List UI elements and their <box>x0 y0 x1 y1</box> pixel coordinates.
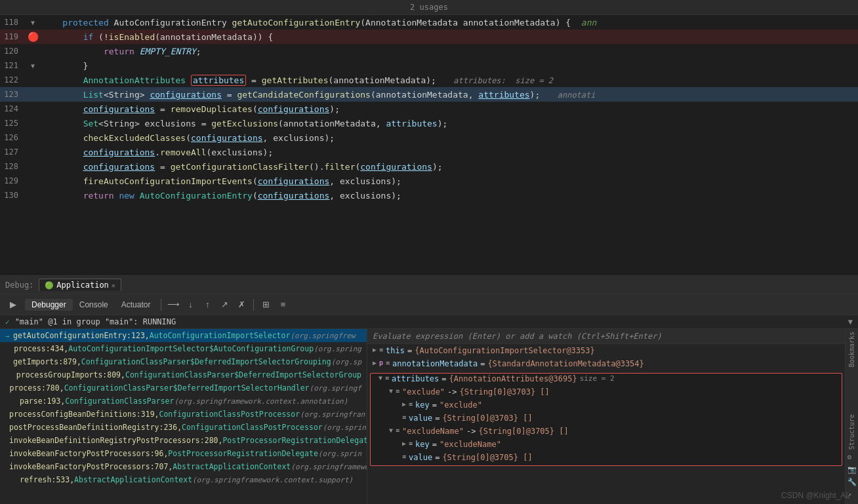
var-value-key1: "exclude" <box>439 400 482 410</box>
frame-item-9[interactable]: invokeBeanFactoryPostProcessors:96, Post… <box>0 447 367 460</box>
var-attributes[interactable]: ▼ ≡ attributes = {AnnotationAttributes@3… <box>371 374 842 387</box>
var-excludename-key[interactable]: ▶ ≡ key = "excludeName" <box>371 439 842 452</box>
code-line-121: 121 ▼ } <box>0 58 858 73</box>
code-editor: 2 usages 118 ▼ protected AutoConfigurati… <box>0 0 858 275</box>
frame-item-7[interactable]: postProcessBeanDefinitionRegistry:236, C… <box>0 421 367 434</box>
status-text: "main" @1 in group "main": RUNNING <box>15 317 176 326</box>
frame-class-3: ConfigurationClassParser$DeferredImportS… <box>125 370 361 379</box>
code-line-120: 120 return EMPTY_ENTRY; <box>0 44 858 58</box>
expand-excludename-key-arrow[interactable]: ▶ <box>402 440 406 447</box>
mute-breakpoints-button[interactable]: ≡ <box>275 297 291 313</box>
frame-class-2: ConfigurationClassParser$DeferredImportS… <box>81 357 331 366</box>
var-icon-attributes: ≡ <box>385 374 389 381</box>
step-out-button[interactable]: ↑ <box>199 297 215 313</box>
var-exclude-name[interactable]: ▼ ≡ "excludeName" -> {String[0]@3705} [] <box>371 426 842 439</box>
arrow-icon[interactable]: ↗ <box>848 490 857 499</box>
var-icon-val1: ≡ <box>402 414 406 421</box>
var-this[interactable]: ▶ ≡ this = {AutoConfigurationImportSelec… <box>367 345 845 359</box>
structure-label[interactable]: Structure <box>848 414 855 450</box>
frame-item-4[interactable]: process:780, ConfigurationClassParser$De… <box>0 381 367 395</box>
var-value-metadata: {StandardAnnotationMetadata@3354} <box>487 359 644 368</box>
debug-panel: Debug: 🟢 Application ✕ ▶ Debugger Consol… <box>0 275 858 504</box>
frame-package-6: (org.springfran <box>300 410 365 419</box>
var-icon-val2: ≡ <box>402 453 406 460</box>
tab-debugger[interactable]: Debugger <box>25 299 73 311</box>
var-annotation-metadata[interactable]: ▶ p ≡ annotationMetadata = {StandardAnno… <box>367 359 845 372</box>
code-line-118: 118 ▼ protected AutoConfigurationEntry g… <box>0 15 858 29</box>
camera-icon[interactable]: 📷 <box>848 465 857 474</box>
gear-icon[interactable]: ⚙ <box>848 453 857 461</box>
var-name-excludename: "excludeName" <box>402 427 464 436</box>
var-value-this: {AutoConfigurationImportSelector@3353} <box>415 346 595 355</box>
frame-item-2[interactable]: getImports:879, ConfigurationClassParser… <box>0 355 367 368</box>
application-tab-icon: 🟢 <box>45 281 54 290</box>
frame-item-8[interactable]: invokeBeanDefinitionRegistryPostProcesso… <box>0 434 367 447</box>
bookmarks-label[interactable]: Bookmarks <box>848 332 855 367</box>
var-value-val2: {String[0]@3705} [] <box>442 453 532 462</box>
var-name-val2: value <box>409 453 432 462</box>
frame-method-9: invokeBeanFactoryPostProcessors:96, <box>9 449 168 458</box>
var-name-key2: key <box>415 440 430 449</box>
frame-item-0[interactable]: → getAutoConfigurationEntry:123, AutoCon… <box>0 329 367 342</box>
run-to-cursor-button[interactable]: ↗ <box>216 297 232 313</box>
step-into-button[interactable]: ↓ <box>182 297 198 313</box>
eval-bar[interactable]: Evaluate expression (Enter) or add a wat… <box>367 329 845 344</box>
frame-package-5: (org.springframework.context.annotation) <box>174 397 348 406</box>
frame-active-icon: → <box>5 332 9 339</box>
settings-icon[interactable]: 🔧 <box>848 478 857 486</box>
var-exclude-value[interactable]: ≡ value = {String[0]@3703} [] <box>371 413 842 426</box>
frame-item-3[interactable]: processGroupImports:809, ConfigurationCl… <box>0 368 367 381</box>
var-exclude[interactable]: ▼ ≡ "exclude" -> {String[0]@3703} [] <box>371 387 842 400</box>
expand-this-arrow[interactable]: ▶ <box>373 346 377 353</box>
evaluate-button[interactable]: ✗ <box>234 297 249 313</box>
frame-package-11: (org.springframework.context.support) <box>192 476 353 484</box>
frame-class-6: ConfigurationClassPostProcessor <box>159 410 300 419</box>
frame-item-5[interactable]: parse:193, ConfigurationClassParser (org… <box>0 395 367 408</box>
var-icon-key2: ≡ <box>409 440 413 447</box>
debug-tab-bar: Debug: 🟢 Application ✕ <box>0 276 858 294</box>
resume-button[interactable]: ▶ <box>5 297 21 313</box>
expand-excludename-arrow[interactable]: ▼ <box>389 427 393 434</box>
frame-item-1[interactable]: process:434, AutoConfigurationImportSele… <box>0 342 367 355</box>
frame-method-1: process:434, <box>14 344 68 353</box>
frame-package-1: (org.spring <box>314 345 361 353</box>
variable-tree: ▶ ≡ this = {AutoConfigurationImportSelec… <box>367 344 845 504</box>
var-p-icon: p <box>379 359 383 366</box>
tab-actuator[interactable]: Actuator <box>115 299 157 311</box>
var-icon-exclude: ≡ <box>396 387 399 395</box>
frame-package-0: (org.springfrew <box>290 332 355 340</box>
debug-toolbar: ▶ Debugger Console Actuator ⟶ ↓ ↑ ↗ ✗ ⊞ … <box>0 294 858 315</box>
var-meta-attributes: size = 2 <box>580 374 615 383</box>
frame-class-0: AutoConfigurationImportSelector <box>150 331 291 340</box>
var-value-val1: {String[0]@3703} [] <box>442 414 532 423</box>
frame-item-6[interactable]: processConfigBeanDefinitions:319, Config… <box>0 408 367 421</box>
var-name-val1: value <box>409 414 432 423</box>
tab-close-button[interactable]: ✕ <box>112 282 115 289</box>
expand-exclude-key-arrow[interactable]: ▶ <box>402 400 406 408</box>
code-line-124: 124 configurations = removeDuplicates(co… <box>0 102 858 116</box>
frame-package-9: (org.sprin <box>318 450 361 458</box>
code-line-127: 127 configurations.removeAll(exclusions)… <box>0 145 858 159</box>
frame-class-9: PostProcessorRegistrationDelegate <box>168 449 317 458</box>
filter-dropdown[interactable]: ▼ <box>848 317 853 326</box>
frames-panel: → getAutoConfigurationEntry:123, AutoCon… <box>0 329 367 504</box>
status-check-icon: ✓ <box>5 318 10 326</box>
var-exclude-key[interactable]: ▶ ≡ key = "exclude" <box>371 400 842 413</box>
var-name-exclude: "exclude" <box>402 387 445 397</box>
view-breakpoints-button[interactable]: ⊞ <box>258 297 274 313</box>
tab-console[interactable]: Console <box>73 299 115 311</box>
frame-class-10: AbstractApplicationContext <box>173 462 291 471</box>
debug-application-tab[interactable]: 🟢 Application ✕ <box>39 279 121 291</box>
var-name-this: this <box>386 346 405 355</box>
var-value-exclude: {String[0]@3703} [] <box>460 387 550 397</box>
frame-item-11[interactable]: refresh:533, AbstractApplicationContext … <box>0 473 367 486</box>
step-over-button[interactable]: ⟶ <box>165 297 181 313</box>
var-value-key2: "excludeName" <box>439 440 501 449</box>
expand-exclude-arrow[interactable]: ▼ <box>389 387 393 395</box>
var-excludename-value[interactable]: ≡ value = {String[0]@3705} [] <box>371 452 842 465</box>
expand-attributes-arrow[interactable]: ▼ <box>378 374 382 381</box>
code-line-119: 119 🔴 if (!isEnabled(annotationMetadata)… <box>0 29 858 44</box>
frame-item-10[interactable]: invokeBeanFactoryPostProcessors:707, Abs… <box>0 460 367 473</box>
expand-metadata-arrow[interactable]: ▶ <box>373 359 377 366</box>
var-name-attributes: attributes <box>392 374 439 383</box>
